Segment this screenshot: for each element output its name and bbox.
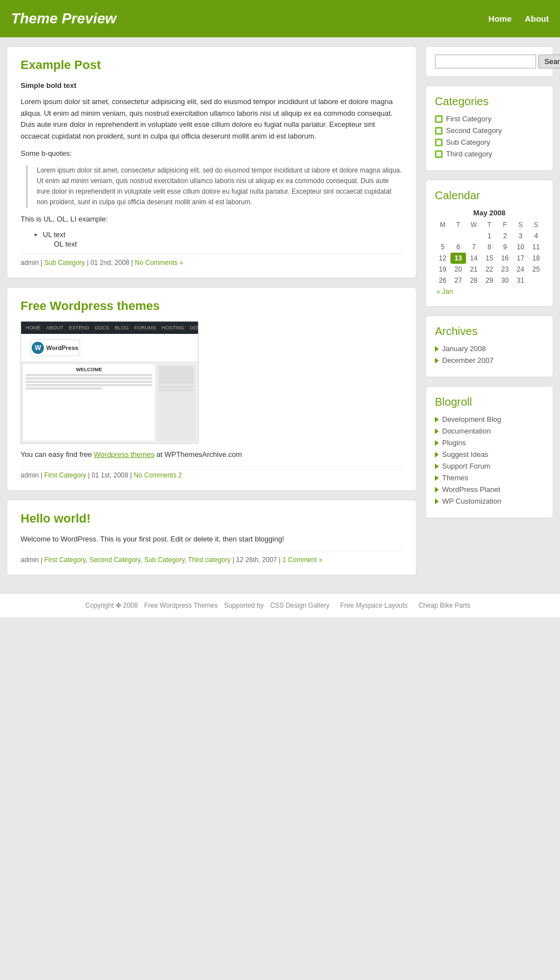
archive-link[interactable]: January 2008 [442, 344, 486, 353]
site-footer: Copyright ✤ 2008 Free Wordpress Themes S… [0, 593, 560, 617]
wp-text-line [26, 387, 102, 390]
wp-text-line [159, 386, 194, 388]
cal-day: 1 [482, 230, 497, 242]
footer-link-3[interactable]: Free Myspace Layouts [340, 602, 408, 609]
cal-day: 9 [497, 242, 513, 253]
blogroll-link[interactable]: Development Blog [442, 415, 501, 423]
nav-about[interactable]: About [525, 14, 549, 23]
post-cat-2[interactable]: Second Category [90, 556, 141, 564]
wp-side-col [157, 365, 196, 441]
post-comments[interactable]: No Comments » [135, 259, 184, 267]
category-icon [435, 139, 443, 146]
arrow-icon [435, 417, 439, 422]
post-title-hello: Hello world! [21, 511, 403, 526]
post-comments[interactable]: No Comments 2 [134, 471, 182, 479]
wp-nav-item: ABOUT [46, 325, 63, 331]
footer-link-1[interactable]: Free Wordpress Themes [144, 602, 217, 609]
cal-day [435, 230, 450, 242]
blogroll-link[interactable]: Documentation [442, 427, 490, 435]
list-item: UL text [43, 230, 403, 239]
category-link[interactable]: Third category [446, 150, 492, 158]
arrow-icon [435, 440, 439, 446]
blogroll-item: Development Blog [435, 415, 544, 423]
category-icon [435, 127, 443, 135]
footer-link-4[interactable]: Cheap Bike Parts [418, 602, 470, 609]
search-input[interactable] [435, 55, 536, 68]
wp-nav-item: DOCS [95, 325, 110, 331]
post-cat-3[interactable]: Sub Category [144, 556, 185, 564]
cal-day: 5 [435, 242, 450, 253]
footer-copyright: Copyright ✤ 2008 [85, 602, 138, 609]
post-comments[interactable]: 1 Comment » [283, 556, 323, 564]
post-link-wordpress-themes[interactable]: Wordpress themes [94, 450, 155, 459]
blogroll-link[interactable]: WordPress Planet [442, 485, 500, 494]
search-widget: Search [425, 46, 553, 77]
blogroll-link[interactable]: Support Forum [442, 462, 490, 470]
wp-nav-item: HOSTING [162, 325, 185, 331]
calendar-widget: Calendar May 2008 M T W T F S S [425, 180, 553, 307]
cal-prev[interactable]: « Jan [435, 286, 544, 297]
wp-nav-item: FORUMS [135, 325, 156, 331]
cal-day-header: F [497, 219, 513, 230]
cal-day: 31 [513, 275, 528, 286]
cal-day: 25 [528, 264, 544, 275]
blogroll-link[interactable]: WP Customization [442, 497, 502, 505]
sidebar: Search Categories First Category Second … [425, 46, 553, 584]
arrow-icon [435, 487, 439, 493]
blogroll-link[interactable]: Suggest Ideas [442, 450, 488, 459]
calendar-table: May 2008 M T W T F S S [435, 209, 544, 297]
archives-title: Archives [435, 325, 544, 338]
blogroll-title: Blogroll [435, 396, 544, 408]
calendar-month: May 2008 [435, 209, 544, 217]
archive-item: December 2007 [435, 356, 544, 365]
archive-link[interactable]: December 2007 [442, 356, 494, 365]
post-category[interactable]: First Category [44, 471, 86, 479]
archive-item: January 2008 [435, 344, 544, 353]
wp-content-area: WELCOME [21, 362, 198, 443]
wp-text-line [26, 377, 152, 380]
category-icon [435, 115, 443, 123]
post-cat-4[interactable]: Third category [188, 556, 231, 564]
cal-day: 19 [435, 264, 450, 275]
footer-link-2[interactable]: CSS Design Gallery [270, 602, 330, 609]
blogroll-widget: Blogroll Development Blog Documentation … [425, 386, 553, 518]
blogroll-link[interactable]: Plugins [442, 439, 466, 447]
arrow-icon [435, 346, 439, 352]
category-link[interactable]: Second Category [446, 126, 502, 135]
nav-home[interactable]: Home [488, 14, 512, 23]
wp-text-line [26, 374, 152, 376]
post-title-wordpress: Free Wordpress themes [21, 299, 403, 313]
cal-day: 4 [528, 230, 544, 242]
category-link[interactable]: Sub Category [446, 138, 490, 146]
cal-day [466, 230, 482, 242]
category-link[interactable]: First Category [446, 115, 492, 123]
category-item: First Category [435, 115, 544, 123]
blogroll-item: WordPress Planet [435, 485, 544, 494]
cal-day: 26 [435, 275, 450, 286]
post-meta-example: admin | Sub Category | 01 2nd, 2008 | No… [21, 254, 403, 267]
post-body-hello: Welcome to WordPress. This is your first… [21, 534, 403, 545]
main-content: Example Post Simple bold text Lorem ipsu… [7, 46, 417, 584]
post-blockquote: Lorem ipsum dolor sit amet, consectetur … [26, 165, 403, 208]
post-bold-label: Simple bold text [21, 80, 403, 92]
cal-day: 11 [528, 242, 544, 253]
post-wordpress: Free Wordpress themes HOME ABOUT EXTEND … [7, 287, 417, 491]
cal-day: 24 [513, 264, 528, 275]
blogroll-item: Suggest Ideas [435, 450, 544, 459]
arrow-icon [435, 429, 439, 434]
blogroll-link[interactable]: Themes [442, 474, 468, 482]
cal-day: 23 [497, 264, 513, 275]
cal-day [450, 230, 466, 242]
post-cat-1[interactable]: First Category [44, 556, 85, 564]
wp-main-col: WELCOME [23, 365, 155, 441]
post-category[interactable]: Sub Category [44, 259, 85, 267]
arrow-icon [435, 452, 439, 457]
calendar-title: Calendar [435, 189, 544, 202]
cal-week: 26 27 28 29 30 31 [435, 275, 544, 286]
cal-day: 3 [513, 230, 528, 242]
wp-circle-icon: W [32, 342, 44, 354]
search-button[interactable]: Search [538, 55, 560, 68]
post-date: 12 26th, 2007 [236, 556, 277, 564]
cal-day: 2 [497, 230, 513, 242]
arrow-icon [435, 475, 439, 481]
